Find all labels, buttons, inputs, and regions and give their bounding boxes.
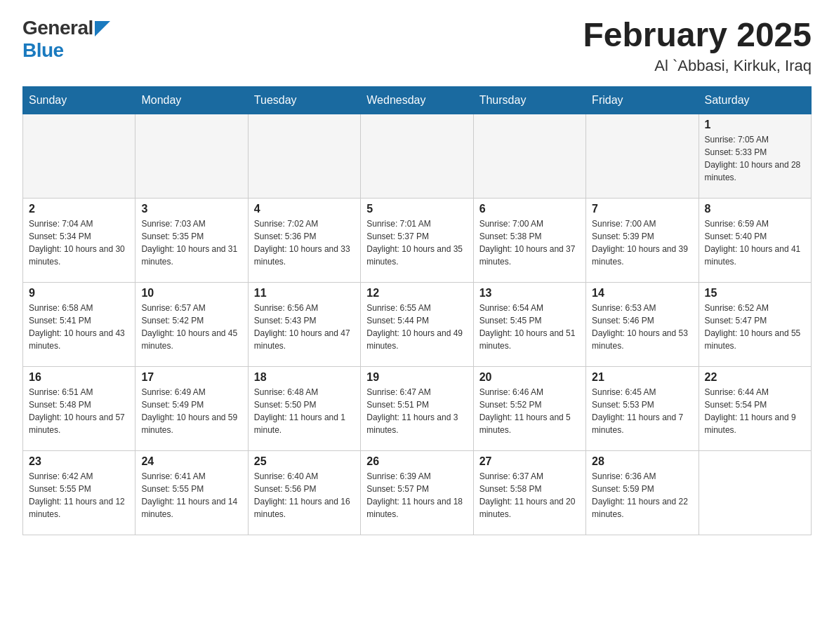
day-info: Sunrise: 6:44 AMSunset: 5:54 PMDaylight:…: [705, 386, 805, 436]
day-info: Sunrise: 6:39 AMSunset: 5:57 PMDaylight:…: [366, 470, 467, 521]
table-row: 24Sunrise: 6:41 AMSunset: 5:55 PMDayligh…: [135, 450, 248, 535]
day-number: 11: [254, 287, 355, 300]
day-info: Sunrise: 6:47 AMSunset: 5:51 PMDaylight:…: [366, 386, 467, 436]
day-info: Sunrise: 6:45 AMSunset: 5:53 PMDaylight:…: [592, 386, 692, 436]
header-wednesday: Wednesday: [361, 86, 473, 114]
day-info: Sunrise: 7:02 AMSunset: 5:36 PMDaylight:…: [254, 217, 355, 268]
day-info: Sunrise: 6:42 AMSunset: 5:55 PMDaylight:…: [29, 470, 129, 521]
table-row: 15Sunrise: 6:52 AMSunset: 5:47 PMDayligh…: [699, 282, 811, 366]
day-number: 18: [254, 371, 355, 384]
header-tuesday: Tuesday: [248, 86, 360, 114]
day-info: Sunrise: 6:37 AMSunset: 5:58 PMDaylight:…: [479, 470, 580, 521]
day-number: 12: [366, 287, 467, 300]
table-row: 19Sunrise: 6:47 AMSunset: 5:51 PMDayligh…: [361, 366, 473, 450]
day-info: Sunrise: 6:51 AMSunset: 5:48 PMDaylight:…: [29, 386, 129, 436]
day-info: Sunrise: 6:40 AMSunset: 5:56 PMDaylight:…: [254, 470, 355, 521]
day-number: 3: [141, 203, 241, 215]
table-row: 8Sunrise: 6:59 AMSunset: 5:40 PMDaylight…: [699, 198, 811, 282]
header-thursday: Thursday: [473, 86, 585, 114]
title-block: February 2025 Al `Abbasi, Kirkuk, Iraq: [583, 17, 812, 75]
table-row: 13Sunrise: 6:54 AMSunset: 5:45 PMDayligh…: [473, 282, 585, 366]
day-info: Sunrise: 7:04 AMSunset: 5:34 PMDaylight:…: [29, 217, 129, 268]
header-sunday: Sunday: [23, 86, 135, 114]
header-friday: Friday: [586, 86, 699, 114]
day-number: 21: [592, 371, 692, 384]
table-row: 16Sunrise: 6:51 AMSunset: 5:48 PMDayligh…: [23, 366, 135, 450]
table-row: 4Sunrise: 7:02 AMSunset: 5:36 PMDaylight…: [248, 198, 360, 282]
table-row: 21Sunrise: 6:45 AMSunset: 5:53 PMDayligh…: [586, 366, 699, 450]
day-info: Sunrise: 6:59 AMSunset: 5:40 PMDaylight:…: [705, 217, 805, 268]
day-number: 20: [479, 371, 580, 384]
day-info: Sunrise: 7:00 AMSunset: 5:38 PMDaylight:…: [479, 217, 580, 268]
day-info: Sunrise: 6:46 AMSunset: 5:52 PMDaylight:…: [479, 386, 580, 436]
day-info: Sunrise: 6:56 AMSunset: 5:43 PMDaylight:…: [254, 302, 355, 352]
day-info: Sunrise: 7:01 AMSunset: 5:37 PMDaylight:…: [366, 217, 467, 268]
day-info: Sunrise: 6:54 AMSunset: 5:45 PMDaylight:…: [479, 302, 580, 352]
table-row: [23, 114, 135, 198]
table-row: 12Sunrise: 6:55 AMSunset: 5:44 PMDayligh…: [361, 282, 473, 366]
logo-arrow-icon: [95, 21, 110, 36]
table-row: 27Sunrise: 6:37 AMSunset: 5:58 PMDayligh…: [473, 450, 585, 535]
day-number: 5: [366, 203, 467, 215]
table-row: 10Sunrise: 6:57 AMSunset: 5:42 PMDayligh…: [135, 282, 248, 366]
calendar-header-row: Sunday Monday Tuesday Wednesday Thursday…: [23, 86, 812, 114]
header-monday: Monday: [135, 86, 248, 114]
table-row: 14Sunrise: 6:53 AMSunset: 5:46 PMDayligh…: [586, 282, 699, 366]
day-info: Sunrise: 7:03 AMSunset: 5:35 PMDaylight:…: [141, 217, 241, 268]
table-row: 3Sunrise: 7:03 AMSunset: 5:35 PMDaylight…: [135, 198, 248, 282]
day-number: 2: [29, 203, 129, 215]
table-row: 11Sunrise: 6:56 AMSunset: 5:43 PMDayligh…: [248, 282, 360, 366]
table-row: [248, 114, 360, 198]
day-number: 7: [592, 203, 692, 215]
calendar-title: February 2025: [583, 17, 812, 54]
day-info: Sunrise: 6:36 AMSunset: 5:59 PMDaylight:…: [592, 470, 692, 521]
calendar-week-4: 16Sunrise: 6:51 AMSunset: 5:48 PMDayligh…: [23, 366, 812, 450]
day-number: 9: [29, 287, 129, 300]
day-info: Sunrise: 6:48 AMSunset: 5:50 PMDaylight:…: [254, 386, 355, 436]
svg-marker-0: [95, 21, 110, 36]
day-number: 22: [705, 371, 805, 384]
day-number: 16: [29, 371, 129, 384]
logo-general-text: General: [22, 17, 93, 39]
day-number: 27: [479, 455, 580, 468]
table-row: 1Sunrise: 7:05 AMSunset: 5:33 PMDaylight…: [699, 114, 811, 198]
day-info: Sunrise: 6:57 AMSunset: 5:42 PMDaylight:…: [141, 302, 241, 352]
table-row: 28Sunrise: 6:36 AMSunset: 5:59 PMDayligh…: [586, 450, 699, 535]
day-number: 15: [705, 287, 805, 300]
day-number: 14: [592, 287, 692, 300]
day-number: 1: [705, 119, 805, 131]
day-info: Sunrise: 6:55 AMSunset: 5:44 PMDaylight:…: [366, 302, 467, 352]
day-number: 28: [592, 455, 692, 468]
calendar-week-1: 1Sunrise: 7:05 AMSunset: 5:33 PMDaylight…: [23, 114, 812, 198]
table-row: 2Sunrise: 7:04 AMSunset: 5:34 PMDaylight…: [23, 198, 135, 282]
day-number: 6: [479, 203, 580, 215]
page-header: General Blue February 2025 Al `Abbasi, K…: [22, 17, 812, 75]
day-number: 19: [366, 371, 467, 384]
table-row: [586, 114, 699, 198]
day-number: 8: [705, 203, 805, 215]
table-row: 9Sunrise: 6:58 AMSunset: 5:41 PMDaylight…: [23, 282, 135, 366]
day-number: 17: [141, 371, 241, 384]
table-row: [135, 114, 248, 198]
day-info: Sunrise: 6:58 AMSunset: 5:41 PMDaylight:…: [29, 302, 129, 352]
day-number: 4: [254, 203, 355, 215]
table-row: [361, 114, 473, 198]
logo-blue-text: Blue: [22, 39, 64, 62]
table-row: 20Sunrise: 6:46 AMSunset: 5:52 PMDayligh…: [473, 366, 585, 450]
table-row: 23Sunrise: 6:42 AMSunset: 5:55 PMDayligh…: [23, 450, 135, 535]
day-number: 23: [29, 455, 129, 468]
table-row: 18Sunrise: 6:48 AMSunset: 5:50 PMDayligh…: [248, 366, 360, 450]
calendar-week-3: 9Sunrise: 6:58 AMSunset: 5:41 PMDaylight…: [23, 282, 812, 366]
day-number: 24: [141, 455, 241, 468]
day-number: 25: [254, 455, 355, 468]
calendar-week-5: 23Sunrise: 6:42 AMSunset: 5:55 PMDayligh…: [23, 450, 812, 535]
table-row: 17Sunrise: 6:49 AMSunset: 5:49 PMDayligh…: [135, 366, 248, 450]
day-number: 13: [479, 287, 580, 300]
table-row: 6Sunrise: 7:00 AMSunset: 5:38 PMDaylight…: [473, 198, 585, 282]
day-info: Sunrise: 6:41 AMSunset: 5:55 PMDaylight:…: [141, 470, 241, 521]
day-number: 26: [366, 455, 467, 468]
day-number: 10: [141, 287, 241, 300]
header-saturday: Saturday: [699, 86, 811, 114]
day-info: Sunrise: 7:00 AMSunset: 5:39 PMDaylight:…: [592, 217, 692, 268]
day-info: Sunrise: 6:52 AMSunset: 5:47 PMDaylight:…: [705, 302, 805, 352]
